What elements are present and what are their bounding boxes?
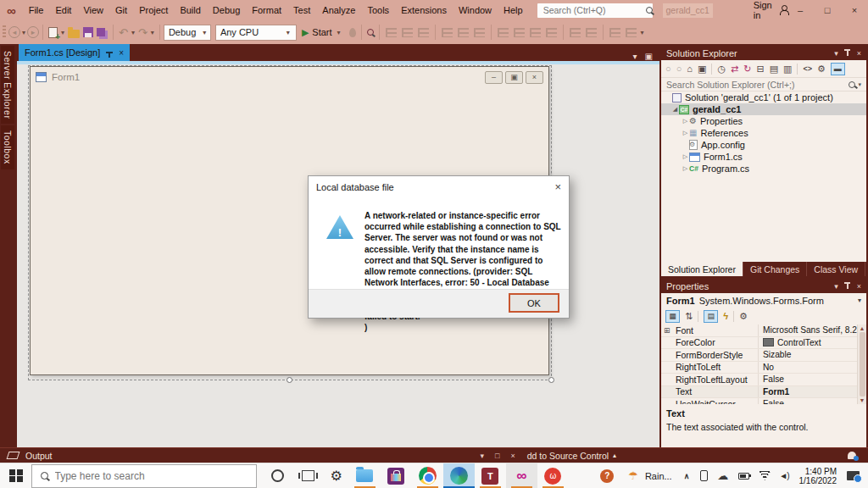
show-all-files-icon[interactable]: ▥: [783, 64, 792, 75]
property-row-text[interactable]: Text Form1: [661, 386, 866, 399]
task-view-icon[interactable]: [302, 470, 314, 481]
settings-gear-icon[interactable]: ⚙: [331, 469, 342, 483]
sign-in-button[interactable]: Sign in: [754, 0, 787, 20]
tree-item-appconfig[interactable]: App.config: [661, 139, 866, 151]
property-pages-icon[interactable]: ⚙: [739, 311, 748, 322]
make-same-width-icon[interactable]: [498, 28, 509, 37]
properties-header[interactable]: Properties ▾ ×: [661, 280, 866, 293]
solution-explorer-header[interactable]: Solution Explorer ▾ ×: [661, 47, 866, 60]
quick-launch-search[interactable]: [537, 3, 653, 18]
expander-icon[interactable]: ▷: [682, 130, 689, 136]
output-panel-title[interactable]: Output: [25, 451, 53, 461]
feedback-icon[interactable]: [7, 452, 20, 459]
expander-icon[interactable]: ▷: [682, 153, 689, 160]
pin-icon[interactable]: [106, 52, 113, 53]
cortana-icon[interactable]: [271, 469, 284, 482]
save-all-icon[interactable]: [97, 28, 105, 36]
help-tray-icon[interactable]: ?: [600, 469, 614, 483]
chevron-down-icon[interactable]: ▾: [834, 49, 838, 58]
menu-edit[interactable]: Edit: [49, 0, 77, 20]
designer-canvas[interactable]: Form1 – ▣ × Local database file × ! A ne…: [17, 64, 659, 447]
tab-list-caret-icon[interactable]: ▾: [633, 52, 637, 61]
open-folder-icon[interactable]: [68, 30, 80, 38]
tab-form1-design[interactable]: Form1.cs [Design] ×: [19, 44, 130, 61]
menu-build[interactable]: Build: [174, 0, 206, 20]
property-value[interactable]: Form1: [759, 387, 866, 396]
menu-view[interactable]: View: [77, 0, 109, 20]
pin-icon[interactable]: [847, 284, 849, 289]
collapse-all-icon[interactable]: ⊟: [756, 64, 764, 75]
undo-button[interactable]: ↶: [117, 23, 130, 42]
align-lefts-icon[interactable]: [386, 28, 397, 37]
make-same-height-icon[interactable]: [514, 28, 525, 37]
volume-icon[interactable]: ◄): [779, 471, 788, 480]
properties-icon[interactable]: ▤: [770, 64, 778, 75]
taskbar-discord[interactable]: ω: [537, 463, 569, 488]
tray-overflow-chevron[interactable]: ∧: [684, 472, 690, 480]
solution-configuration-dropdown[interactable]: Debug ▾: [164, 25, 211, 41]
menu-format[interactable]: Format: [246, 0, 287, 20]
horizontal-spacing-icon[interactable]: [570, 28, 581, 37]
undo-dropdown-caret[interactable]: ▾: [130, 29, 136, 36]
menu-debug[interactable]: Debug: [207, 0, 246, 20]
hot-reload-icon[interactable]: [349, 28, 356, 37]
server-explorer-tab[interactable]: Server Explorer: [1, 46, 14, 124]
quick-launch-input[interactable]: [537, 5, 646, 15]
menu-extensions[interactable]: Extensions: [395, 0, 453, 20]
solution-explorer-search[interactable]: ▾: [661, 77, 866, 92]
menu-project[interactable]: Project: [133, 0, 174, 20]
your-phone-icon[interactable]: [700, 470, 708, 481]
wifi-icon[interactable]: [759, 471, 771, 480]
property-row-righttoleft[interactable]: RightToLeft No: [661, 362, 866, 374]
property-value[interactable]: Sizable: [759, 350, 866, 359]
refresh-icon[interactable]: ↻: [743, 64, 751, 75]
onedrive-cloud-icon[interactable]: ☁: [717, 470, 728, 481]
taskbar-visual-studio[interactable]: ∞: [506, 463, 537, 488]
property-value[interactable]: Microsoft Sans Serif, 8.25pt: [759, 325, 866, 335]
tree-item-program[interactable]: ▷ C# Program.cs: [661, 163, 866, 175]
scrollbar-thumb[interactable]: [860, 332, 865, 396]
taskbar-edge[interactable]: [443, 463, 475, 488]
dialog-close-icon[interactable]: ×: [554, 180, 561, 193]
menu-window[interactable]: Window: [453, 0, 498, 20]
weather-label[interactable]: Rain...: [645, 471, 672, 481]
close-icon[interactable]: ×: [857, 282, 861, 291]
wrench-icon[interactable]: ⚙: [817, 64, 826, 75]
find-in-files-icon[interactable]: [367, 29, 374, 36]
align-middles-icon[interactable]: [458, 28, 469, 37]
switch-views-icon[interactable]: ▣: [698, 64, 706, 75]
close-icon[interactable]: ×: [857, 49, 861, 58]
navigate-forward-button[interactable]: ▸: [27, 26, 39, 38]
output-caret-icon[interactable]: ▾: [481, 452, 485, 460]
solution-platform-dropdown[interactable]: Any CPU ▾: [215, 25, 297, 41]
redo-button[interactable]: ↷: [136, 23, 149, 42]
taskbar-clock[interactable]: 1:40 PM 1/16/2022: [799, 467, 837, 485]
solution-search-input[interactable]: [666, 80, 849, 90]
property-row-righttoleftlayout[interactable]: RightToLeftLayout False: [661, 374, 866, 386]
menu-file[interactable]: File: [23, 0, 50, 20]
resize-handle-corner[interactable]: [548, 377, 554, 383]
property-row-forecolor[interactable]: ForeColor ControlText: [661, 337, 866, 350]
chevron-down-icon[interactable]: ▾: [834, 282, 838, 291]
expander-icon[interactable]: ▷: [682, 165, 689, 172]
forward-icon[interactable]: ○: [676, 64, 682, 74]
view-code-icon[interactable]: <>: [803, 64, 812, 73]
taskbar-search-input[interactable]: [55, 470, 216, 482]
preview-selected-items-icon[interactable]: ▬: [831, 63, 845, 75]
output-close-icon[interactable]: ×: [511, 452, 515, 460]
tab-solution-explorer[interactable]: Solution Explorer: [661, 262, 743, 276]
new-dropdown-caret[interactable]: ▾: [59, 29, 66, 36]
taskbar-teams[interactable]: T: [475, 463, 506, 488]
pending-changes-filter-icon[interactable]: ◷: [717, 64, 726, 75]
chevron-down-icon[interactable]: ▾: [858, 297, 861, 304]
vertical-spacing-icon[interactable]: [586, 28, 597, 37]
property-row-formborderstyle[interactable]: FormBorderStyle Sizable: [661, 349, 866, 362]
search-options-caret[interactable]: ▾: [858, 81, 861, 88]
menu-tools[interactable]: Tools: [361, 0, 395, 20]
sync-with-active-document-icon[interactable]: ⇄: [731, 64, 738, 75]
toolbar-grip[interactable]: [3, 25, 6, 39]
start-button[interactable]: [9, 469, 23, 483]
property-row-font[interactable]: ⊞Font Microsoft Sans Serif, 8.25pt: [661, 324, 866, 337]
taskbar-search[interactable]: [31, 464, 257, 488]
property-row-usewaitcursor[interactable]: UseWaitCursor False: [661, 398, 866, 404]
